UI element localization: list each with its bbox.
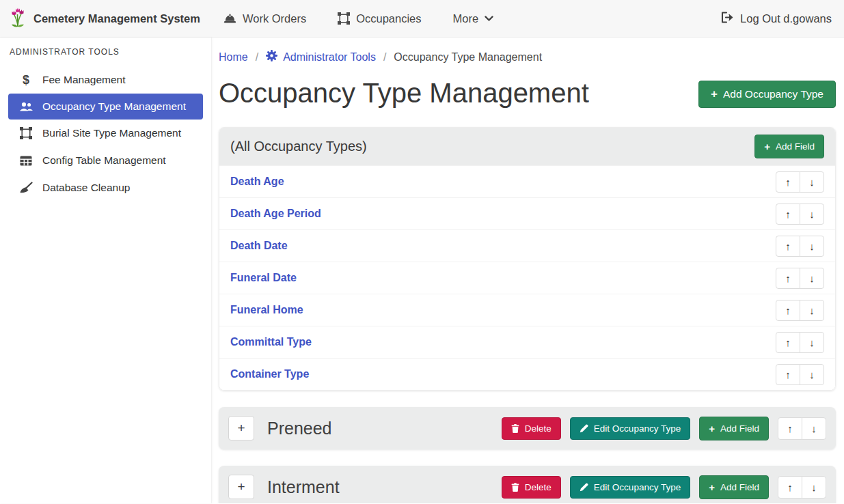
breadcrumb-separator: / <box>256 51 258 64</box>
breadcrumb-separator: / <box>383 51 386 64</box>
edit-occupancy-type-button[interactable]: Edit Occupancy Type <box>570 476 690 499</box>
add-field-button[interactable]: + Add Field <box>699 417 769 440</box>
top-navbar: Cemetery Management System Work Orders <box>0 0 844 38</box>
occupancy-frame-icon <box>338 12 350 25</box>
table-icon <box>18 156 34 166</box>
reorder-buttons: ↑ ↓ <box>778 417 826 440</box>
card-title: (All Occupancy Types) <box>230 139 367 154</box>
move-up-button[interactable]: ↑ <box>776 204 800 225</box>
section-title: Interment <box>267 477 340 497</box>
delete-button[interactable]: Delete <box>502 417 561 440</box>
breadcrumb-home-link[interactable]: Home <box>219 51 248 64</box>
reorder-buttons: ↑ ↓ <box>776 300 824 321</box>
page-title: Occupancy Type Management <box>219 75 589 111</box>
field-link-container-type[interactable]: Container Type <box>230 368 309 380</box>
move-up-button[interactable]: ↑ <box>776 300 800 321</box>
field-link-funeral-date[interactable]: Funeral Date <box>230 272 297 284</box>
delete-label: Delete <box>525 482 552 492</box>
main-nav: Work Orders Occupancies More <box>223 12 493 25</box>
edit-occupancy-type-label: Edit Occupancy Type <box>594 482 681 492</box>
breadcrumb-admin-tools-link[interactable]: Administrator Tools <box>266 50 376 64</box>
occupancy-type-section-interment: + Interment Delete <box>219 466 836 503</box>
reorder-buttons: ↑ ↓ <box>776 236 824 257</box>
add-field-button[interactable]: + Add Field <box>699 475 769 499</box>
dollar-icon: $ <box>18 73 34 87</box>
delete-button[interactable]: Delete <box>502 476 561 499</box>
section-actions: Delete Edit Occupancy Type + Add Field ↑ <box>502 417 826 440</box>
sidebar-heading: ADMINISTRATOR TOOLS <box>0 46 211 66</box>
breadcrumb-current: Occupancy Type Management <box>394 51 542 64</box>
breadcrumb: Home / Administrator Tools / Occupancy T… <box>219 48 836 64</box>
page-layout: ADMINISTRATOR TOOLS $ Fee Management Occ… <box>0 38 844 503</box>
trash-icon <box>511 483 519 492</box>
sidebar-item-config-table-management[interactable]: Config Table Management <box>0 147 211 174</box>
reorder-buttons: ↑ ↓ <box>776 268 824 289</box>
nav-item-more[interactable]: More <box>453 12 494 25</box>
reorder-buttons: ↑ ↓ <box>776 171 824 193</box>
move-down-button[interactable]: ↓ <box>800 332 824 353</box>
edit-occupancy-type-label: Edit Occupancy Type <box>594 423 681 434</box>
nav-item-occupancies[interactable]: Occupancies <box>338 12 421 25</box>
sidebar-item-occupancy-type-management[interactable]: Occupancy Type Management <box>8 94 203 120</box>
pencil-icon <box>580 424 588 433</box>
move-down-button[interactable]: ↓ <box>800 300 824 321</box>
nav-item-label: Work Orders <box>243 12 306 25</box>
nav-item-work-orders[interactable]: Work Orders <box>223 12 306 25</box>
move-down-button[interactable]: ↓ <box>800 268 824 289</box>
trash-icon <box>511 424 519 433</box>
move-up-button[interactable]: ↑ <box>776 236 800 257</box>
move-up-button[interactable]: ↑ <box>776 171 800 193</box>
move-up-button[interactable]: ↑ <box>778 476 802 499</box>
title-row: Occupancy Type Management + Add Occupanc… <box>219 75 836 111</box>
move-up-button[interactable]: ↑ <box>776 364 800 385</box>
move-down-button[interactable]: ↓ <box>802 476 826 499</box>
move-up-button[interactable]: ↑ <box>776 332 800 353</box>
move-down-button[interactable]: ↓ <box>800 171 824 193</box>
plus-icon: + <box>709 423 715 434</box>
delete-label: Delete <box>525 423 552 434</box>
reorder-buttons: ↑ ↓ <box>776 204 824 225</box>
brand-title: Cemetery Management System <box>33 12 200 25</box>
sidebar-item-fee-management[interactable]: $ Fee Management <box>0 66 211 94</box>
field-link-committal-type[interactable]: Committal Type <box>230 336 312 348</box>
all-occupancy-types-header: (All Occupancy Types) + Add Field <box>219 128 835 165</box>
field-link-death-age[interactable]: Death Age <box>230 176 284 188</box>
sidebar-item-burial-site-type-management[interactable]: Burial Site Type Management <box>0 120 211 147</box>
pencil-icon <box>580 483 588 492</box>
sidebar-item-database-cleanup[interactable]: Database Cleanup <box>0 174 211 201</box>
field-row: Funeral Home ↑ ↓ <box>219 294 835 326</box>
move-down-button[interactable]: ↓ <box>802 417 826 440</box>
edit-occupancy-type-button[interactable]: Edit Occupancy Type <box>570 417 690 440</box>
plus-icon: + <box>711 87 718 101</box>
move-down-button[interactable]: ↓ <box>800 204 824 225</box>
add-occupancy-type-button[interactable]: + Add Occupancy Type <box>698 81 836 108</box>
expand-button[interactable]: + <box>228 416 254 440</box>
admin-sidebar: ADMINISTRATOR TOOLS $ Fee Management Occ… <box>0 38 212 503</box>
add-field-label: Add Field <box>776 141 815 152</box>
move-up-button[interactable]: ↑ <box>776 268 800 289</box>
gear-icon <box>266 50 277 64</box>
move-down-button[interactable]: ↓ <box>800 364 824 385</box>
section-actions: Delete Edit Occupancy Type + Add Field ↑ <box>502 475 826 499</box>
field-row: Death Age ↑ ↓ <box>219 165 835 197</box>
field-link-death-date[interactable]: Death Date <box>230 240 288 252</box>
hard-hat-icon <box>223 13 236 24</box>
reorder-buttons: ↑ ↓ <box>776 332 824 353</box>
move-down-button[interactable]: ↓ <box>800 236 824 257</box>
broom-icon <box>18 182 34 194</box>
section-title: Preneed <box>267 419 332 438</box>
reorder-buttons: ↑ ↓ <box>778 476 826 499</box>
field-row: Death Date ↑ ↓ <box>219 229 835 262</box>
field-link-death-age-period[interactable]: Death Age Period <box>230 208 321 220</box>
users-icon <box>18 102 34 112</box>
sidebar-item-label: Occupancy Type Management <box>42 100 186 113</box>
nav-item-label: More <box>453 12 479 25</box>
logout-button[interactable]: Log Out d.gowans <box>721 12 832 26</box>
field-link-funeral-home[interactable]: Funeral Home <box>230 304 303 316</box>
expand-button[interactable]: + <box>228 475 254 499</box>
breadcrumb-admin-tools-label: Administrator Tools <box>283 51 376 64</box>
add-field-button[interactable]: + Add Field <box>754 135 824 158</box>
move-up-button[interactable]: ↑ <box>778 417 802 440</box>
app-brand[interactable]: Cemetery Management System <box>10 6 200 31</box>
add-occupancy-type-label: Add Occupancy Type <box>723 88 823 100</box>
